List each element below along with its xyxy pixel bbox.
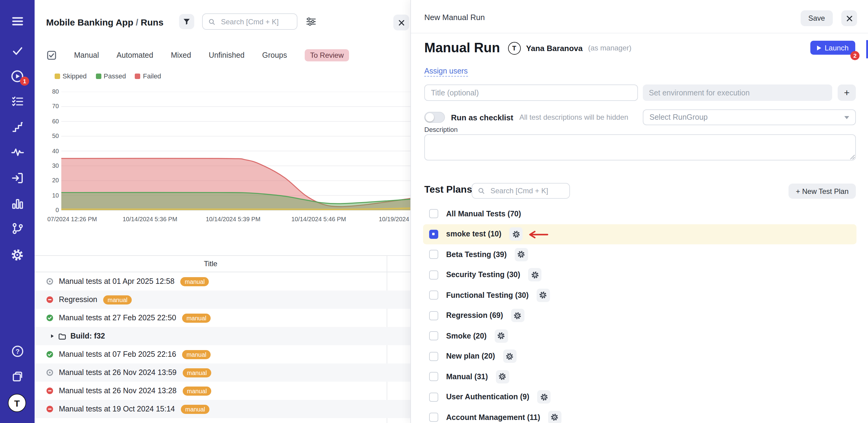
description-textarea[interactable] — [424, 134, 856, 161]
test-plan-row-partial[interactable]: Account Management (11) — [423, 407, 857, 423]
runs-panel-close-button[interactable] — [393, 15, 409, 30]
environment-input[interactable] — [643, 84, 832, 101]
breadcrumb-page[interactable]: Runs — [141, 17, 163, 27]
plan-checkbox[interactable] — [429, 413, 438, 422]
help-icon[interactable]: ? — [0, 343, 35, 359]
tab-manual[interactable]: Manual — [74, 51, 99, 60]
runs-search[interactable] — [202, 13, 298, 30]
plan-settings-button[interactable] — [509, 228, 523, 241]
test-plan-row[interactable]: All Manual Tests (70) — [423, 204, 857, 224]
test-plan-row[interactable]: Regression (69) — [423, 305, 857, 326]
table-row[interactable]: Manual tests at 07 Feb 2025 22:16 manual — [35, 345, 410, 363]
plan-settings-button[interactable] — [511, 309, 524, 322]
user-avatar-logo[interactable]: T — [8, 394, 26, 412]
plan-checkbox[interactable] — [429, 352, 438, 361]
owner-name: Yana Baranova — [526, 44, 582, 53]
expand-caret-icon[interactable] — [50, 334, 55, 339]
test-plan-row[interactable]: User Authentication (9) — [423, 387, 857, 407]
run-title: Manual Run — [424, 40, 500, 56]
select-all-icon[interactable] — [47, 51, 57, 60]
test-plan-row[interactable]: Security Testing (30) — [423, 265, 857, 285]
runs-search-input[interactable] — [220, 17, 291, 26]
plan-checkbox[interactable] — [429, 393, 438, 402]
assign-users-link[interactable]: Assign users — [424, 67, 468, 77]
close-icon — [398, 19, 405, 26]
test-plans-search-input[interactable] — [489, 186, 564, 196]
folder-icon — [58, 332, 66, 340]
plan-settings-button[interactable] — [528, 268, 541, 282]
plan-checkbox[interactable] — [429, 250, 438, 259]
launch-button[interactable]: Launch — [810, 41, 855, 55]
table-row[interactable]: Manual tests at 19 Oct 2024 15:14 manual — [35, 400, 410, 418]
test-plans-search[interactable] — [472, 183, 570, 199]
checklist-toggle[interactable] — [424, 112, 445, 123]
plan-checkbox[interactable] — [429, 209, 438, 219]
manual-badge: manual — [181, 277, 209, 286]
table-row[interactable]: Manual tests at 26 Nov 2024 13:59 manual — [35, 363, 410, 382]
plan-checkbox[interactable] — [429, 332, 438, 341]
breadcrumb: Mobile Banking App/Runs — [46, 17, 163, 27]
plan-settings-button[interactable] — [515, 248, 528, 261]
login-icon[interactable] — [0, 170, 35, 186]
new-test-plan-button[interactable]: + New Test Plan — [788, 184, 856, 199]
chevron-down-icon — [844, 116, 849, 119]
description-label: Description — [424, 126, 458, 133]
test-plan-row[interactable]: Manual (31) — [423, 366, 857, 387]
play-icon — [817, 45, 821, 50]
table-row-folder[interactable]: Build: f32 — [35, 327, 410, 345]
drawer-close-button[interactable] — [841, 10, 857, 26]
runs-list-icon[interactable] — [0, 93, 35, 109]
plan-settings-button[interactable] — [496, 370, 509, 384]
plan-settings-button[interactable] — [537, 391, 551, 404]
projects-icon[interactable] — [0, 369, 35, 385]
pulse-icon[interactable] — [0, 144, 35, 160]
table-row[interactable]: Regression manual — [35, 290, 410, 309]
plan-checkbox[interactable] — [429, 372, 438, 382]
manual-badge: manual — [183, 368, 211, 377]
tab-automated[interactable]: Automated — [117, 51, 153, 60]
filter-button[interactable] — [179, 14, 194, 29]
branch-icon[interactable] — [0, 221, 35, 236]
test-plans-list: All Manual Tests (70) smoke test (10) Be… — [423, 204, 857, 423]
runs-table: Manual tests at 01 Apr 2025 12:58 manual… — [35, 272, 410, 418]
breadcrumb-project[interactable]: Mobile Banking App — [46, 17, 133, 27]
tab-to-review[interactable]: To Review — [305, 49, 349, 61]
table-header-title: Title — [35, 259, 386, 268]
plan-checkbox[interactable] — [429, 291, 438, 300]
test-plan-row-selected[interactable]: smoke test (10) — [423, 224, 857, 244]
chart-y-axis: 01020304050607080 — [38, 89, 59, 214]
test-plan-row[interactable]: Smoke (20) — [423, 326, 857, 346]
gear-icon — [506, 352, 514, 360]
test-plan-row[interactable]: New plan (20) — [423, 346, 857, 366]
run-title-input[interactable] — [424, 84, 638, 101]
plan-settings-button[interactable] — [503, 350, 516, 363]
add-environment-button[interactable]: + — [838, 84, 856, 101]
steps-icon[interactable] — [0, 119, 35, 135]
plan-settings-button[interactable] — [494, 330, 508, 343]
play-icon[interactable]: 1 — [0, 68, 35, 84]
bar-chart-icon[interactable] — [0, 196, 35, 212]
plan-checkbox[interactable] — [429, 271, 438, 280]
status-skipped-icon — [46, 369, 54, 376]
plan-settings-button[interactable] — [548, 411, 561, 423]
table-row[interactable]: Manual tests at 01 Apr 2025 12:58 manual — [35, 272, 410, 290]
gear-icon — [512, 230, 520, 238]
filter-settings-icon[interactable] — [306, 17, 316, 26]
plan-settings-button[interactable] — [536, 289, 550, 302]
gear-icon — [531, 271, 539, 279]
test-plan-row[interactable]: Beta Testing (39) — [423, 244, 857, 265]
table-row[interactable]: Manual tests at 27 Feb 2025 22:50 manual — [35, 309, 410, 327]
table-row[interactable]: Manual tests at 26 Nov 2024 13:28 manual — [35, 382, 410, 400]
check-icon[interactable] — [0, 43, 35, 59]
plan-checkbox[interactable] — [429, 311, 438, 320]
plan-checkbox-checked[interactable] — [429, 230, 438, 239]
step-2-annotation: 2 — [850, 51, 860, 60]
rungroup-select[interactable]: Select RunGroup — [643, 109, 856, 125]
tab-groups[interactable]: Groups — [262, 51, 287, 60]
tab-mixed[interactable]: Mixed — [171, 51, 191, 60]
test-plan-row[interactable]: Functional Testing (30) — [423, 285, 857, 305]
menu-icon[interactable] — [0, 13, 35, 29]
gear-icon[interactable] — [0, 247, 35, 262]
save-button[interactable]: Save — [800, 10, 833, 26]
tab-unfinished[interactable]: Unfinished — [209, 51, 245, 60]
